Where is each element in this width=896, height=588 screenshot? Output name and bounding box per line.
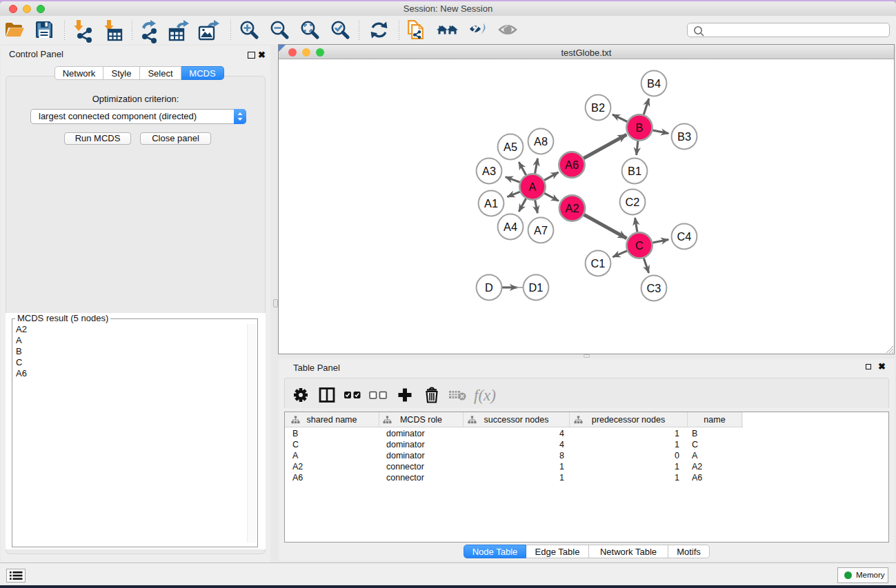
svg-text:B2: B2 xyxy=(591,101,605,114)
svg-text:A6: A6 xyxy=(565,159,579,171)
svg-text:A3: A3 xyxy=(482,165,496,177)
svg-text:A5: A5 xyxy=(504,141,517,153)
svg-text:A: A xyxy=(529,181,537,193)
svg-text:A1: A1 xyxy=(484,197,498,210)
svg-text:A8: A8 xyxy=(534,135,548,148)
svg-text:C: C xyxy=(635,239,644,252)
svg-text:B1: B1 xyxy=(628,165,641,177)
svg-text:C2: C2 xyxy=(626,196,640,208)
svg-text:C3: C3 xyxy=(647,282,661,294)
svg-text:D1: D1 xyxy=(529,281,544,294)
svg-text:A2: A2 xyxy=(566,202,579,214)
svg-text:f(x): f(x) xyxy=(474,387,496,404)
svg-text:B3: B3 xyxy=(677,130,691,143)
svg-text:A7: A7 xyxy=(534,224,548,236)
svg-text:C1: C1 xyxy=(591,257,606,270)
svg-text:B: B xyxy=(636,121,644,134)
svg-text:D: D xyxy=(485,281,493,294)
svg-text:C4: C4 xyxy=(677,230,692,243)
svg-text:B4: B4 xyxy=(647,77,661,90)
svg-text:A4: A4 xyxy=(504,221,517,233)
